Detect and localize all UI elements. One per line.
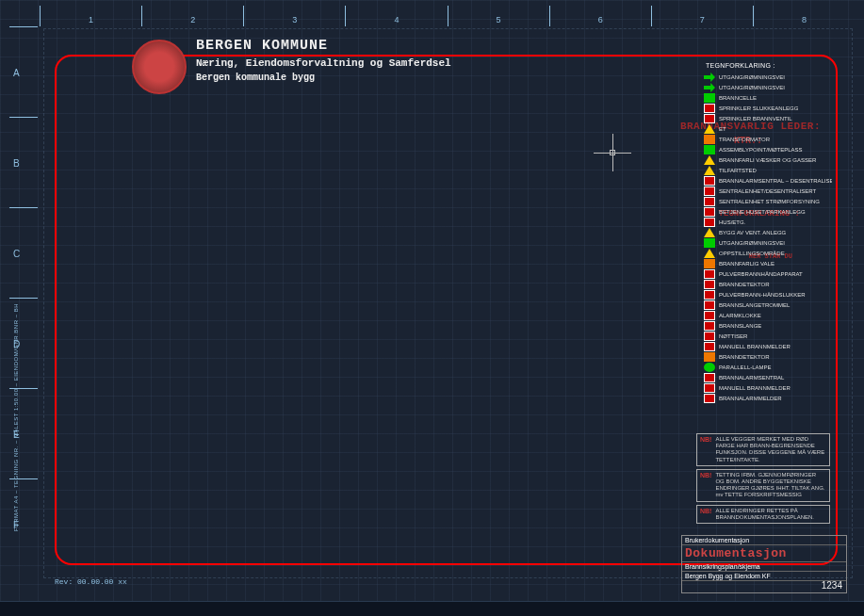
ruler-top-tick: 8: [802, 15, 807, 24]
legend-text: BRANNDETEKTOR: [719, 354, 832, 360]
legend-row: BRANNSLANGETROMMEL: [704, 300, 832, 310]
ruler-left-tick: A: [13, 67, 20, 77]
legend-text: ALARMKLOKKE: [719, 313, 832, 318]
nb-message: ALLE ENDRINGER RETTES PÅ BRANNDOKUMENTAS…: [715, 508, 826, 521]
legend-text: BRANNDETEKTOR: [719, 282, 832, 287]
legend-text: MANUELL BRANNMELDER: [719, 385, 832, 391]
legend-icon: [704, 166, 715, 175]
legend-text: NØTTISER: [719, 333, 832, 339]
legend-icon: [704, 186, 715, 196]
legend-text: BRANNSLANGE: [719, 323, 832, 329]
legend-row: PULVERBRANN-HÅNDSLUKKER: [704, 290, 832, 300]
legend-row: ALARMKLOKKE: [704, 311, 832, 320]
nb-message: TETTING IFBM. GJENNOMFØRINGER OG BOM. AN…: [715, 472, 826, 499]
legend-icon: [704, 104, 715, 113]
revision-label: Rev: 00.00.00 xx: [55, 577, 127, 586]
legend-icon: [704, 155, 715, 165]
legend-row: UTGANG/RØMNINGSVEI: [704, 83, 832, 92]
ruler-top-tick: 5: [497, 15, 501, 24]
nb-row: NB! TETTING IFBM. GJENNOMFØRINGER OG BOM…: [696, 469, 830, 502]
legend-row: HUS/ETG.: [704, 218, 832, 227]
legend-icon: [704, 238, 715, 248]
ruler-top-tick: 3: [292, 15, 297, 24]
ruler-left-tick: B: [13, 157, 20, 168]
legend-row: TRANSFORMATOR: [704, 135, 832, 144]
legend-icon: [704, 135, 715, 144]
legend-row: BRANNDETEKTOR: [704, 352, 832, 362]
legend-icon: [704, 342, 715, 351]
legend-icon: [704, 280, 715, 289]
legend-row: OPPSTILLINGSOMRÅDE: [704, 249, 832, 258]
nb-label: NB!: [700, 508, 711, 521]
legend-row: BRANNALARMMELDER: [704, 394, 832, 403]
nb-row: NB! ALLE VEGGER MERKET MED RØD FARGE HAR…: [696, 433, 830, 466]
legend-text: SPRINKLER SLUKKEANLEGG: [719, 105, 832, 111]
legend-row: SENTRALENHET STRØMFORSYNING: [704, 197, 832, 206]
ruler-top-tick: 4: [394, 15, 399, 24]
legend-text: PARALLELL-LAMPE: [719, 365, 832, 370]
legend-row: SPRINKLER SLUKKEANLEGG: [704, 104, 832, 113]
nb-message: ALLE VEGGER MERKET MED RØD FARGE HAR BRA…: [715, 436, 826, 463]
legend-row: SPRINKLER BRANNVENTIL: [704, 114, 832, 123]
legend-row: ASSEMBLYPOINT/MØTEPLASS: [704, 145, 832, 154]
legend-icon: [704, 83, 715, 92]
legend-text: BYGG AV VENT. ANLEGG: [719, 230, 832, 235]
legend-row: UTGANG/RØMNINGSVEI: [704, 73, 832, 82]
legend-row: MANUELL BRANNMELDER: [704, 342, 832, 351]
legend-text: PULVERBRANNHÅNDAPPARAT: [719, 271, 832, 277]
legend-row: BYGG AV VENT. ANLEGG: [704, 228, 832, 237]
legend-icon: [704, 269, 715, 279]
legend-text: UTGANG/RØMNINGSVEI: [719, 74, 832, 80]
legend-row: BRANNDETEKTOR: [704, 280, 832, 289]
legend-text: BRANNCELLE: [719, 95, 832, 101]
legend-icon: [704, 300, 715, 310]
legend-text: UTGANG/RØMNINGSVEI: [719, 85, 832, 90]
nb-row: NB! ALLE ENDRINGER RETTES PÅ BRANNDOKUME…: [696, 505, 830, 524]
legend-row: NØTTISER: [704, 332, 832, 341]
legend-row: BRANNFARLIG VALE: [704, 259, 832, 268]
legend-icon: [704, 290, 715, 300]
drawing-canvas[interactable]: 1 2 3 4 5 6 7 8 A B C D E F FORMAT A4 – …: [0, 0, 864, 616]
legend-icon: [704, 228, 715, 237]
legend-row: PARALLELL-LAMPE: [704, 363, 832, 372]
status-bar: [0, 601, 864, 616]
header-dept: Bergen kommunale bygg: [196, 73, 451, 83]
legend-text: SENTRALENHET/DESENTRALISERT: [719, 188, 832, 194]
tb-big: Dokumentasjon: [685, 546, 787, 560]
legend-icon: [704, 311, 715, 320]
ruler-top-tick: 7: [700, 15, 705, 24]
legend-text: ASSEMBLYPOINT/MØTEPLASS: [719, 147, 832, 153]
ruler-top-tick: 1: [89, 15, 93, 24]
legend-icon: [704, 321, 715, 331]
legend-icon: [704, 124, 715, 134]
legend-row: BRANNSLANGE: [704, 321, 832, 331]
header-title: BERGEN KOMMUNE: [196, 38, 451, 54]
nb-label: NB!: [700, 436, 711, 463]
tb-docclass: Brukerdokumentasjon: [685, 537, 749, 543]
legend-icon: [704, 383, 715, 393]
legend-text: BRANNALARMSENTRAL – DESENTRALISERT: [719, 178, 832, 184]
tb-small: Brannsikringsplan/skjema: [685, 563, 760, 570]
legend-icon: [704, 114, 715, 123]
legend-text: TILFARTSTED: [719, 168, 832, 173]
legend-icon: [704, 352, 715, 362]
legend-icon: [704, 176, 715, 186]
legend-row: BRANNFARLI VÆSKER OG GASSER: [704, 155, 832, 165]
legend-row: BETJENE HUSET/PARKANLEGG: [704, 207, 832, 217]
legend-text: BRANNFARLI VÆSKER OG GASSER: [719, 157, 832, 163]
legend-text: BRANNALARMMELDER: [719, 396, 832, 401]
legend-icon: [704, 373, 715, 382]
ruler-top-tick: 2: [190, 15, 195, 24]
ruler-left-tick: C: [13, 248, 20, 258]
ruler-top-tick: 6: [598, 15, 603, 24]
header-subtitle: Næring, Eiendomsforvaltning og Samferdse…: [196, 57, 451, 69]
title-block: Brukerdokumentasjon Dokumentasjon Branns…: [681, 535, 847, 593]
legend-icon: [704, 93, 715, 103]
legend-icon: [704, 394, 715, 403]
legend-row: ET: [704, 124, 832, 134]
legend-icon: [704, 207, 715, 217]
legend-text: UTGANG/RØMNINGSVEI: [719, 240, 832, 246]
legend-text: BETJENE HUSET/PARKANLEGG: [719, 209, 832, 215]
legend-text: SPRINKLER BRANNVENTIL: [719, 116, 832, 122]
legend-icon: [704, 249, 715, 258]
